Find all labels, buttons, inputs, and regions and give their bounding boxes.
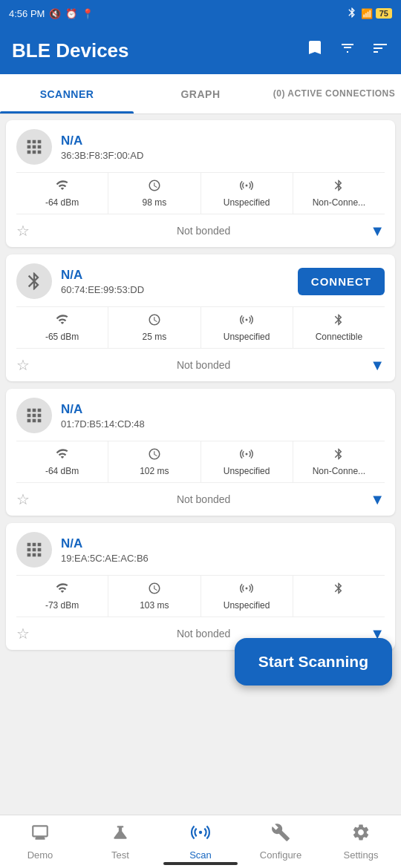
device-icon — [16, 398, 52, 433]
ble-icon — [332, 582, 345, 599]
device-list: N/A 36:3B:F8:3F:00:AD -64 dBm 98 ms — [0, 114, 401, 782]
bluetooth-icon — [346, 7, 358, 21]
bond-row: ☆ Not bonded ▼ — [16, 214, 385, 247]
device-header: N/A 01:7D:B5:14:CD:48 — [16, 398, 385, 433]
app-bar-title: BLE Devices — [12, 39, 129, 62]
nav-configure-label: Configure — [260, 849, 301, 861]
device-info: N/A 60:74:EE:99:53:DD — [61, 268, 289, 295]
monitor-icon — [30, 823, 50, 846]
bookmarks-icon[interactable] — [306, 39, 324, 62]
wifi-icon — [56, 447, 69, 464]
interval-stat: 102 ms — [108, 441, 200, 482]
interval-stat: 25 ms — [108, 307, 200, 348]
nav-settings-label: Settings — [344, 849, 379, 861]
type-value: Unspecified — [224, 466, 270, 476]
nav-configure[interactable]: Configure — [241, 815, 321, 868]
expand-icon[interactable]: ▼ — [370, 223, 385, 240]
ble-icon — [332, 313, 345, 330]
type-value: Unspecified — [224, 197, 270, 208]
rssi-value: -64 dBm — [45, 466, 79, 476]
flask-icon — [111, 823, 130, 846]
filter-icon[interactable] — [339, 39, 356, 62]
bottom-nav: Demo Test Scan Configure Settings — [0, 815, 401, 868]
stats-row: -64 dBm 98 ms Unspecified Non-Conne... — [16, 172, 385, 214]
stats-row: -73 dBm 103 ms Unspecified — [16, 575, 385, 617]
nav-demo[interactable]: Demo — [0, 815, 80, 868]
connectable-stat: Connectible — [293, 307, 385, 348]
settings-icon — [351, 823, 371, 846]
device-header: N/A 36:3B:F8:3F:00:AD — [16, 129, 385, 165]
nav-demo-label: Demo — [27, 849, 53, 861]
bond-label: Not bonded — [37, 493, 370, 505]
nav-scan[interactable]: Scan — [160, 815, 241, 868]
device-name: N/A — [61, 268, 289, 283]
svg-point-1 — [246, 319, 248, 321]
nav-scan-label: Scan — [189, 849, 212, 861]
device-mac: 60:74:EE:99:53:DD — [61, 284, 289, 295]
favorite-icon[interactable]: ☆ — [16, 490, 30, 508]
configure-icon — [271, 823, 290, 846]
expand-icon[interactable]: ▼ — [370, 491, 385, 508]
device-card: N/A 60:74:EE:99:53:DD CONNECT -65 dBm 25… — [6, 254, 395, 381]
rssi-stat: -65 dBm — [16, 307, 108, 348]
connectable-value: Non-Conne... — [313, 466, 365, 476]
clock-icon — [148, 179, 161, 196]
type-stat: Unspecified — [201, 173, 293, 214]
clock-icon — [148, 313, 161, 330]
rssi-stat: -64 dBm — [16, 441, 108, 482]
app-bar: BLE Devices — [0, 27, 401, 74]
device-name: N/A — [61, 536, 385, 551]
ble-icon — [332, 179, 345, 196]
sort-icon[interactable] — [371, 39, 389, 62]
device-info: N/A 19:EA:5C:AE:AC:B6 — [61, 536, 385, 564]
type-stat: Unspecified — [201, 307, 293, 348]
rssi-value: -64 dBm — [45, 197, 79, 208]
signal-icon: 📶 — [361, 8, 373, 19]
tab-graph[interactable]: GRAPH — [134, 74, 267, 114]
broadcast-icon — [240, 313, 253, 330]
app-bar-icons — [306, 39, 389, 62]
nav-settings[interactable]: Settings — [321, 815, 401, 868]
device-card: N/A 36:3B:F8:3F:00:AD -64 dBm 98 ms — [6, 120, 395, 247]
ble-icon — [332, 447, 345, 464]
start-scanning-button[interactable]: Start Scanning — [235, 638, 392, 685]
clock-icon — [148, 447, 161, 464]
favorite-icon[interactable]: ☆ — [16, 356, 30, 374]
device-card: N/A 19:EA:5C:AE:AC:B6 -73 dBm 103 ms — [6, 523, 395, 650]
interval-value: 25 ms — [143, 332, 167, 342]
favorite-icon[interactable]: ☆ — [16, 222, 30, 240]
connectable-value: Connectible — [316, 332, 362, 342]
connect-button[interactable]: CONNECT — [298, 268, 385, 295]
wifi-icon — [56, 313, 69, 330]
status-time: 4:56 PM — [9, 8, 45, 19]
stats-row: -65 dBm 25 ms Unspecified Connectible — [16, 306, 385, 349]
nav-test[interactable]: Test — [80, 815, 160, 868]
device-mac: 01:7D:B5:14:CD:48 — [61, 418, 385, 430]
device-card: N/A 01:7D:B5:14:CD:48 -64 dBm 102 ms — [6, 389, 395, 516]
svg-point-2 — [246, 453, 248, 456]
bond-label: Not bonded — [37, 359, 370, 371]
bond-label: Not bonded — [37, 225, 370, 237]
broadcast-icon — [240, 447, 253, 464]
device-mac: 36:3B:F8:3F:00:AD — [61, 150, 385, 161]
svg-point-0 — [246, 185, 248, 187]
connectable-value: Non-Conne... — [313, 197, 365, 208]
device-name: N/A — [61, 402, 385, 417]
favorite-icon[interactable]: ☆ — [16, 625, 30, 642]
location-icon: 📍 — [82, 8, 94, 19]
device-info: N/A 01:7D:B5:14:CD:48 — [61, 402, 385, 430]
connectable-stat: Non-Conne... — [293, 173, 385, 214]
device-icon — [16, 263, 52, 299]
wifi-icon — [56, 582, 69, 599]
expand-icon[interactable]: ▼ — [370, 357, 385, 374]
tab-scanner[interactable]: SCANNER — [0, 74, 134, 114]
rssi-stat: -73 dBm — [16, 576, 108, 617]
status-bar-right: 📶 75 — [346, 7, 392, 21]
status-bar: 4:56 PM 🔇 ⏰ 📍 📶 75 — [0, 0, 401, 27]
tab-connections[interactable]: (0) ACTIVE CONNECTIONS — [267, 74, 401, 114]
clock-icon — [148, 582, 161, 599]
alarm-icon: ⏰ — [65, 8, 77, 19]
type-value: Unspecified — [224, 332, 270, 342]
rssi-value: -73 dBm — [45, 600, 79, 611]
connectable-stat: Non-Conne... — [293, 441, 385, 482]
